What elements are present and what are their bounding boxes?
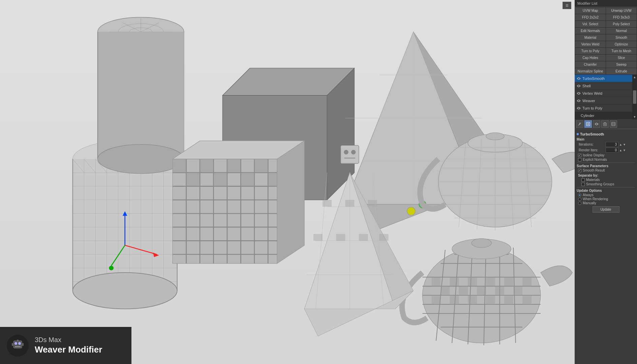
mod-btn-sweep[interactable]: Sweep	[606, 61, 637, 68]
mod-btn-edit-normals[interactable]: Edit Normals	[575, 28, 606, 34]
mod-btn-slice[interactable]: Slice	[606, 55, 637, 61]
svg-point-160	[18, 342, 21, 345]
when-rendering-radio-row: When Rendering	[577, 197, 635, 201]
render-iters-label: Render Iters:	[579, 148, 606, 152]
app-icon	[7, 335, 29, 357]
stack-scroll-down[interactable]: ▼	[632, 115, 637, 119]
stack-label-shell: Shell	[582, 84, 630, 88]
label-text-block: 3Ds Max Weaver Modifier	[35, 336, 102, 355]
smooth-result-label: Smooth Result	[583, 169, 605, 172]
when-rendering-radio[interactable]	[578, 198, 581, 201]
mod-btn-poly-select[interactable]: Poly Select	[606, 21, 637, 27]
svg-rect-126	[522, 277, 532, 286]
eye-icon-vertex-weld	[577, 91, 581, 95]
svg-rect-177	[604, 123, 606, 126]
smooth-result-checkbox[interactable]	[578, 169, 581, 172]
materials-row: Materials	[577, 178, 635, 182]
explicit-normals-checkbox[interactable]	[578, 158, 581, 161]
mod-btn-normal[interactable]: Normal	[606, 28, 637, 34]
svg-rect-125	[504, 277, 513, 286]
svg-rect-151	[336, 234, 345, 241]
update-button[interactable]: Update	[593, 206, 619, 213]
svg-rect-164	[22, 343, 24, 346]
stack-item-turn-to-poly[interactable]: Turn to Poly	[575, 104, 632, 112]
mod-btn-extrude[interactable]: Extrude	[606, 68, 637, 74]
smoothing-groups-checkbox[interactable]	[581, 183, 585, 186]
stack-item-shell[interactable]: Shell	[575, 82, 632, 90]
svg-rect-127	[441, 286, 450, 295]
mod-btn-cap-holes[interactable]: Cap Holes	[575, 55, 606, 61]
manually-radio[interactable]	[578, 202, 581, 205]
iterations-down[interactable]: ▼	[623, 143, 626, 146]
svg-point-159	[14, 342, 17, 345]
svg-point-49	[98, 145, 184, 174]
smoothing-groups-row: Smoothing Groups	[577, 182, 635, 186]
app-title: 3Ds Max	[35, 336, 102, 344]
modifier-grid: UVW Map Unwrap UVW FFD 2x2x2 FFD 3x3x3 V…	[575, 7, 637, 75]
stack-scroll-up[interactable]: ▲	[632, 75, 637, 79]
always-radio[interactable]	[578, 193, 581, 197]
svg-rect-46	[98, 32, 184, 159]
stack-label-turn-to-poly: Turn to Poly	[582, 106, 630, 110]
svg-rect-149	[368, 200, 377, 207]
render-iters-row: Render Iters: ▲ ▼	[577, 148, 635, 153]
svg-rect-162	[17, 340, 19, 341]
iterations-row: Iterations: ▲ ▼	[577, 142, 635, 147]
mod-btn-uwv-map[interactable]: UVW Map	[575, 7, 606, 14]
stack-item-turbosmooth[interactable]: TurboSmooth	[575, 75, 632, 82]
svg-rect-136	[504, 295, 513, 304]
toolbar-pin-btn[interactable]	[576, 120, 583, 128]
app-subtitle: Weaver Modifier	[35, 344, 102, 355]
isoline-display-label: Isoline Display	[583, 153, 604, 157]
modifier-list-header: Modifier List	[575, 0, 637, 7]
manually-radio-row: Manually	[577, 201, 635, 205]
properties-panel: TurboSmooth Main Iterations: ▲ ▼ Render …	[575, 129, 637, 364]
mod-btn-ffd-2x2x2[interactable]: FFD 2x2x2	[575, 14, 606, 21]
materials-label: Materials	[586, 178, 600, 182]
mod-btn-turn-to-mesh[interactable]: Turn to Mesh	[606, 48, 637, 54]
stack-label-weaver: Weaver	[582, 99, 630, 103]
mod-btn-material[interactable]: Material	[575, 34, 606, 41]
turbosmooth-title: TurboSmooth	[577, 132, 635, 136]
toolbar-modifier-btn[interactable]	[584, 120, 592, 128]
iterations-up[interactable]: ▲	[619, 143, 622, 146]
svg-rect-147	[323, 200, 332, 207]
mod-btn-vertex-weld[interactable]: Vertex Weld	[575, 41, 606, 48]
svg-point-120	[472, 239, 491, 248]
mod-btn-ffd-3x3x3[interactable]: FFD 3x3x3	[606, 14, 637, 21]
svg-rect-81	[227, 159, 241, 173]
iterations-input[interactable]	[606, 142, 618, 147]
svg-marker-88	[277, 141, 304, 264]
svg-point-62	[407, 207, 415, 215]
materials-checkbox[interactable]	[581, 178, 585, 182]
stack-item-cylinder[interactable]: Cylinder	[575, 112, 632, 119]
mod-btn-unwrap-uvw[interactable]: Unwrap UVW	[606, 7, 637, 14]
stack-label-vertex-weld: Vertex Weld	[582, 91, 630, 95]
svg-rect-180	[612, 122, 615, 126]
render-iters-up[interactable]: ▲	[619, 149, 622, 152]
mod-btn-normalize-spline[interactable]: Normalize Spline	[575, 68, 606, 74]
corner-menu-button[interactable]: ☰	[563, 2, 571, 9]
right-panel: Modifier List UVW Map Unwrap UVW FFD 2x2…	[575, 0, 637, 364]
render-iters-input[interactable]	[606, 148, 618, 153]
svg-rect-152	[359, 234, 368, 241]
toolbar-delete-btn[interactable]	[601, 120, 609, 128]
mod-btn-chamfer[interactable]: Chamfer	[575, 61, 606, 68]
manually-label: Manually	[583, 201, 596, 205]
explicit-normals-label: Explicit Normals	[583, 158, 607, 161]
render-iters-down[interactable]: ▼	[623, 149, 626, 152]
toolbar-show-btn[interactable]	[593, 120, 600, 128]
mod-btn-optimize[interactable]: Optimize	[606, 41, 637, 48]
mod-btn-smooth[interactable]: Smooth	[606, 34, 637, 41]
toolbar-config-btn[interactable]	[610, 120, 617, 128]
stack-item-weaver[interactable]: Weaver	[575, 97, 632, 104]
smoothing-groups-label: Smoothing Groups	[586, 182, 614, 186]
svg-rect-121	[431, 277, 441, 286]
isoline-display-checkbox[interactable]	[578, 154, 581, 157]
eye-icon-turbosmooth	[577, 77, 581, 81]
svg-rect-161	[15, 346, 21, 347]
mod-btn-turn-to-poly[interactable]: Turn to Poly	[575, 48, 606, 54]
surface-params-header: Surface Parameters	[577, 164, 635, 168]
mod-btn-vol-select[interactable]: Vol. Select	[575, 21, 606, 27]
stack-item-vertex-weld[interactable]: Vertex Weld	[575, 90, 632, 97]
